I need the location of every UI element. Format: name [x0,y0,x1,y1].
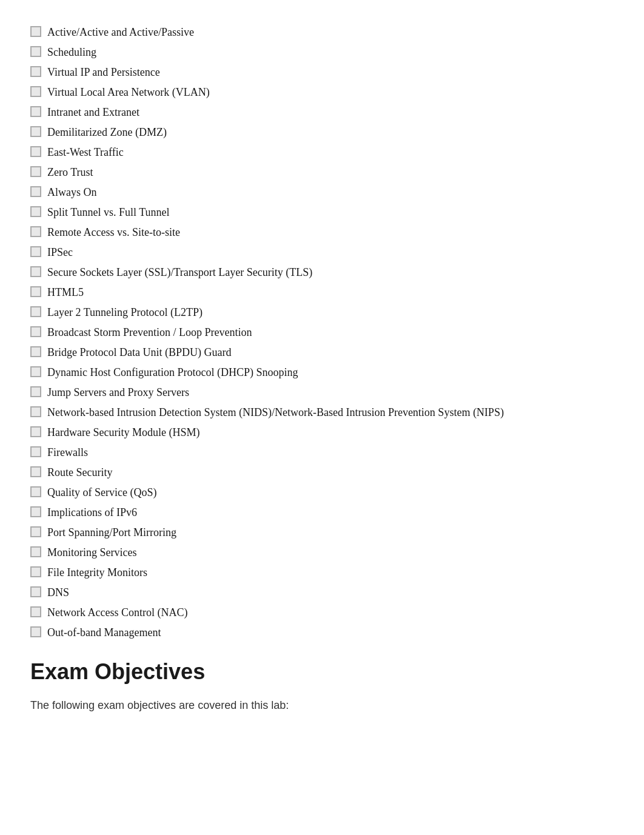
list-item: Active/Active and Active/Passive [30,24,614,41]
bullet-icon [30,206,41,217]
list-item: Demilitarized Zone (DMZ) [30,124,614,141]
list-item: Zero Trust [30,164,614,181]
list-item: Jump Servers and Proxy Servers [30,384,614,401]
bullet-icon [30,226,41,237]
bullet-icon [30,586,41,597]
bullet-icon [30,166,41,177]
list-item-text: East-West Traffic [47,144,614,161]
bullet-icon [30,86,41,97]
bullet-icon [30,26,41,37]
list-item: Broadcast Storm Prevention / Loop Preven… [30,324,614,341]
list-item-text: Virtual IP and Persistence [47,64,614,81]
list-item-text: Intranet and Extranet [47,104,614,121]
bullet-icon [30,366,41,377]
list-item-text: Zero Trust [47,164,614,181]
list-item-text: HTML5 [47,284,614,301]
list-item-text: Layer 2 Tunneling Protocol (L2TP) [47,304,614,321]
list-item: Virtual Local Area Network (VLAN) [30,84,614,101]
bullet-icon [30,486,41,497]
list-item: Remote Access vs. Site-to-site [30,224,614,241]
list-item: IPSec [30,244,614,261]
list-item: Out-of-band Management [30,625,614,641]
bullet-icon [30,466,41,477]
list-item: Split Tunnel vs. Full Tunnel [30,204,614,221]
list-item-text: IPSec [47,244,614,261]
bullet-icon [30,46,41,57]
list-item: Route Security [30,464,614,481]
list-item: Network-based Intrusion Detection System… [30,404,614,421]
list-item: Port Spanning/Port Mirroring [30,525,614,541]
bullet-icon [30,566,41,577]
list-item-text: Out-of-band Management [47,625,614,641]
list-item-text: Broadcast Storm Prevention / Loop Preven… [47,324,614,341]
list-item: Quality of Service (QoS) [30,485,614,501]
bullet-icon [30,126,41,137]
bullet-icon [30,306,41,317]
bullet-icon [30,266,41,277]
bullet-icon [30,446,41,457]
list-item-text: Network Access Control (NAC) [47,605,614,621]
list-item-text: Network-based Intrusion Detection System… [47,404,614,421]
bullet-icon [30,426,41,437]
list-item-text: Secure Sockets Layer (SSL)/Transport Lay… [47,264,614,281]
bullet-icon [30,546,41,557]
list-item-text: Port Spanning/Port Mirroring [47,525,614,541]
list-item: Layer 2 Tunneling Protocol (L2TP) [30,304,614,321]
list-item-text: Monitoring Services [47,545,614,561]
list-item: Bridge Protocol Data Unit (BPDU) Guard [30,344,614,361]
bullet-icon [30,386,41,397]
bullet-icon [30,66,41,77]
list-item-text: Virtual Local Area Network (VLAN) [47,84,614,101]
list-item-text: Active/Active and Active/Passive [47,24,614,41]
list-item: Hardware Security Module (HSM) [30,424,614,441]
list-item-text: DNS [47,585,614,601]
list-item: Dynamic Host Configuration Protocol (DHC… [30,364,614,381]
bullet-icon [30,606,41,617]
list-item: Implications of IPv6 [30,505,614,521]
list-item-text: Route Security [47,464,614,481]
bullet-icon [30,286,41,297]
list-item-text: Scheduling [47,44,614,61]
list-item: Intranet and Extranet [30,104,614,121]
bullet-icon [30,186,41,197]
list-item-text: Always On [47,184,614,201]
list-item-text: Remote Access vs. Site-to-site [47,224,614,241]
list-item: DNS [30,585,614,601]
list-item: Network Access Control (NAC) [30,605,614,621]
list-item-text: Split Tunnel vs. Full Tunnel [47,204,614,221]
bullet-icon [30,346,41,357]
list-item-text: Hardware Security Module (HSM) [47,424,614,441]
list-item-text: Firewalls [47,444,614,461]
topic-list: Active/Active and Active/PassiveScheduli… [30,24,614,641]
list-item: Scheduling [30,44,614,61]
list-item-text: Demilitarized Zone (DMZ) [47,124,614,141]
bullet-icon [30,406,41,417]
bullet-icon [30,326,41,337]
list-item: Virtual IP and Persistence [30,64,614,81]
bullet-icon [30,526,41,537]
list-item: HTML5 [30,284,614,301]
list-item-text: File Integrity Monitors [47,565,614,581]
bullet-icon [30,106,41,117]
list-item: Secure Sockets Layer (SSL)/Transport Lay… [30,264,614,281]
list-item: File Integrity Monitors [30,565,614,581]
list-item-text: Implications of IPv6 [47,505,614,521]
list-item-text: Bridge Protocol Data Unit (BPDU) Guard [47,344,614,361]
bullet-icon [30,246,41,257]
list-item-text: Dynamic Host Configuration Protocol (DHC… [47,364,614,381]
bullet-icon [30,626,41,637]
list-item-text: Jump Servers and Proxy Servers [47,384,614,401]
list-item: Monitoring Services [30,545,614,561]
list-item: Firewalls [30,444,614,461]
list-item-text: Quality of Service (QoS) [47,485,614,501]
list-item: Always On [30,184,614,201]
bullet-icon [30,506,41,517]
exam-objectives-heading: Exam Objectives [30,659,614,685]
exam-objectives-section: Exam Objectives The following exam objec… [30,659,614,714]
exam-objectives-body: The following exam objectives are covere… [30,697,614,714]
bullet-icon [30,146,41,157]
list-item: East-West Traffic [30,144,614,161]
